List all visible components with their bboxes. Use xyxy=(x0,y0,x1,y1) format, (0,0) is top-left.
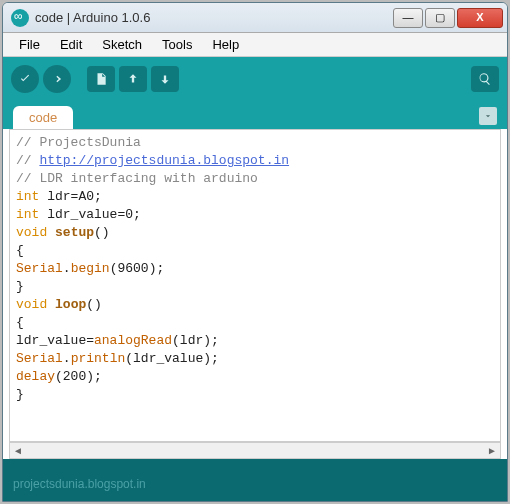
menu-edit[interactable]: Edit xyxy=(52,35,90,54)
scroll-right-icon[interactable]: ► xyxy=(486,445,498,457)
status-bar: projectsdunia.blogspot.in xyxy=(3,459,507,501)
app-window: code | Arduino 1.0.6 — ▢ X File Edit Ske… xyxy=(2,2,508,502)
code-text: . xyxy=(63,261,71,276)
toolbar xyxy=(3,57,507,101)
arrow-right-icon xyxy=(50,72,64,86)
check-icon xyxy=(18,72,32,86)
code-text: () xyxy=(86,297,102,312)
func-call: analogRead xyxy=(94,333,172,348)
arrow-up-icon xyxy=(126,72,140,86)
code-text: { xyxy=(16,315,24,330)
code-text: (ldr_value); xyxy=(125,351,219,366)
code-text: (ldr); xyxy=(172,333,219,348)
editor-area[interactable]: // ProjectsDunia // http://projectsdunia… xyxy=(9,129,501,442)
func: loop xyxy=(55,297,86,312)
minimize-button[interactable]: — xyxy=(393,8,423,28)
arduino-icon xyxy=(11,9,29,27)
method: begin xyxy=(71,261,110,276)
status-text: projectsdunia.blogspot.in xyxy=(13,477,146,491)
comment: // http://projectsdunia.blogspot.in xyxy=(16,153,289,168)
keyword: int xyxy=(16,189,39,204)
code-text: } xyxy=(16,279,24,294)
menu-help[interactable]: Help xyxy=(204,35,247,54)
code-text: { xyxy=(16,243,24,258)
comment: // LDR interfacing with arduino xyxy=(16,171,258,186)
class: Serial xyxy=(16,351,63,366)
code-text: ldr_value= xyxy=(16,333,94,348)
func: setup xyxy=(55,225,94,240)
method: println xyxy=(71,351,126,366)
horizontal-scrollbar[interactable]: ◄ ► xyxy=(9,442,501,459)
comment: // ProjectsDunia xyxy=(16,135,141,150)
search-icon xyxy=(478,72,492,86)
window-title: code | Arduino 1.0.6 xyxy=(35,10,393,25)
new-button[interactable] xyxy=(87,66,115,92)
window-controls: — ▢ X xyxy=(393,8,503,28)
chevron-down-icon xyxy=(483,111,493,121)
menu-tools[interactable]: Tools xyxy=(154,35,200,54)
keyword: void xyxy=(16,297,47,312)
save-button[interactable] xyxy=(151,66,179,92)
verify-button[interactable] xyxy=(11,65,39,93)
serial-monitor-button[interactable] xyxy=(471,66,499,92)
comment-link[interactable]: http://projectsdunia.blogspot.in xyxy=(39,153,289,168)
arrow-down-icon xyxy=(158,72,172,86)
maximize-button[interactable]: ▢ xyxy=(425,8,455,28)
open-button[interactable] xyxy=(119,66,147,92)
file-icon xyxy=(94,72,108,86)
tabstrip: code xyxy=(3,101,507,129)
code-text: . xyxy=(63,351,71,366)
func-call: delay xyxy=(16,369,55,384)
code-text: ldr_value=0; xyxy=(39,207,140,222)
code-text: (9600); xyxy=(110,261,165,276)
scroll-left-icon[interactable]: ◄ xyxy=(12,445,24,457)
titlebar[interactable]: code | Arduino 1.0.6 — ▢ X xyxy=(3,3,507,33)
code-editor[interactable]: // ProjectsDunia // http://projectsdunia… xyxy=(10,130,500,440)
class: Serial xyxy=(16,261,63,276)
code-text: } xyxy=(16,387,24,402)
upload-button[interactable] xyxy=(43,65,71,93)
tab-dropdown-button[interactable] xyxy=(479,107,497,125)
close-button[interactable]: X xyxy=(457,8,503,28)
code-text: (200); xyxy=(55,369,102,384)
menu-sketch[interactable]: Sketch xyxy=(94,35,150,54)
menu-file[interactable]: File xyxy=(11,35,48,54)
menubar: File Edit Sketch Tools Help xyxy=(3,33,507,57)
keyword: int xyxy=(16,207,39,222)
code-text: () xyxy=(94,225,110,240)
tab-code[interactable]: code xyxy=(13,106,73,129)
keyword: void xyxy=(16,225,47,240)
code-text: ldr=A0; xyxy=(39,189,101,204)
